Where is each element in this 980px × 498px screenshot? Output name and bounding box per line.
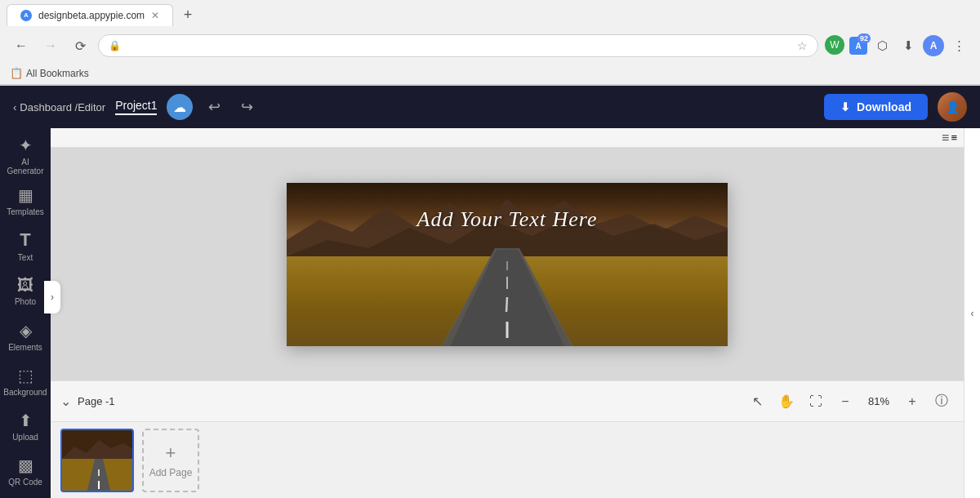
expand-icon: ⛶ [809, 394, 822, 409]
add-page-icon: + [166, 442, 176, 464]
page-label: Page -1 [78, 395, 115, 407]
forward-button[interactable]: → [39, 34, 62, 57]
browser-action-icons: W A 92 ⬡ ⬇ A ⋮ [825, 34, 970, 57]
layers-icon[interactable]: ≡ [942, 131, 949, 145]
more-menu-button[interactable]: ⋮ [947, 34, 970, 57]
sidebar-item-text[interactable]: T Text [2, 225, 48, 267]
browser-chrome: A designbeta.appypie.com ✕ + ← → ⟳ 🔒 des… [0, 0, 980, 86]
svg-line-5 [506, 297, 507, 312]
zoom-in-icon: + [908, 394, 915, 409]
thumbnail-svg [62, 430, 134, 492]
add-page-label: Add Page [149, 467, 193, 478]
sidebar-item-upload[interactable]: ⬆ Upload [2, 406, 48, 447]
bookmark-icon: 📋 [10, 67, 23, 79]
favicon: A [20, 10, 32, 21]
tab-bar: A designbeta.appypie.com ✕ + [0, 0, 980, 29]
bottom-bar: ⌄ Page -1 ↖ ✋ ⛶ − 81% [51, 380, 964, 421]
back-nav-label: Dashboard /Editor [20, 101, 105, 113]
app-body: ✦ AI Generator ▦ Templates T Text 🖼 Phot… [0, 128, 980, 498]
user-avatar[interactable]: 👤 [938, 92, 967, 122]
nav-bar: ← → ⟳ 🔒 designbeta.appypie.com/editor/al… [0, 29, 980, 62]
sidebar: ✦ AI Generator ▦ Templates T Text 🖼 Phot… [0, 128, 51, 498]
text-icon: T [20, 229, 30, 251]
photo-icon: 🖼 [17, 276, 33, 295]
sidebar-item-label-qr-code: QR Code [8, 478, 42, 487]
templates-icon: ▦ [18, 185, 33, 205]
thumbnail-preview [62, 430, 132, 491]
cursor-tool-button[interactable]: ↖ [745, 389, 769, 414]
redo-button[interactable]: ↪ [235, 96, 258, 118]
redo-icon: ↪ [241, 98, 253, 116]
sidebar-item-label-photo: Photo [15, 297, 36, 306]
ai-generator-icon: ✦ [19, 136, 33, 155]
cloud-icon: ☁ [173, 100, 186, 115]
download-icon: ⬇ [840, 100, 850, 113]
chrome-profile[interactable]: A [923, 35, 944, 56]
canvas-content: Add Your Text Here [287, 183, 728, 346]
cloud-save-button[interactable]: ☁ [167, 94, 193, 120]
layers-toggle-icon[interactable]: ≡ [951, 131, 957, 144]
extension-badge[interactable]: A 92 [849, 37, 867, 55]
sidebar-item-label-elements: Elements [8, 343, 42, 352]
sidebar-item-photo[interactable]: 🖼 Photo [2, 270, 48, 312]
cursor-icon: ↖ [752, 394, 763, 409]
info-button[interactable]: ⓘ [929, 389, 954, 414]
sidebar-item-label-text: Text [18, 253, 33, 262]
new-tab-button[interactable]: + [176, 3, 199, 26]
extensions-button[interactable]: ⬡ [871, 34, 893, 57]
bookmark-star[interactable]: ☆ [797, 39, 808, 52]
tab-close[interactable]: ✕ [151, 10, 159, 21]
back-nav[interactable]: ‹ Dashboard /Editor [13, 101, 105, 113]
expand-tool-button[interactable]: ⛶ [804, 389, 828, 414]
sidebar-item-background[interactable]: ⬚ Background [2, 360, 48, 402]
download-label: Download [857, 100, 911, 113]
background-icon: ⬚ [18, 366, 33, 385]
undo-icon: ↩ [208, 98, 220, 116]
bottom-tools: ↖ ✋ ⛶ − 81% + ⓘ [745, 389, 954, 414]
right-collapse-icon: ‹ [971, 308, 974, 319]
address-bar[interactable]: 🔒 designbeta.appypie.com/editor/all?pid=… [98, 34, 818, 57]
tab-title: designbeta.appypie.com [38, 10, 145, 21]
undo-button[interactable]: ↩ [203, 96, 225, 118]
elements-icon: ◈ [20, 321, 32, 340]
sidebar-item-label-background: Background [3, 388, 47, 397]
project-name[interactable]: Project1 [115, 99, 157, 115]
canvas-area: ≡ ≡ [51, 128, 964, 498]
url-input[interactable]: designbeta.appypie.com/editor/all?pid=Pr… [126, 40, 797, 52]
back-button[interactable]: ← [10, 34, 33, 57]
canvas-top-bar: ≡ ≡ [51, 128, 964, 148]
hand-tool-button[interactable]: ✋ [774, 389, 799, 414]
sidebar-collapse-button[interactable]: › [44, 281, 60, 313]
canvas-image: Add Your Text Here [287, 183, 728, 346]
hand-icon: ✋ [778, 394, 795, 409]
thumbnails-bar: + Add Page [51, 421, 964, 498]
add-page-button[interactable]: + Add Page [142, 429, 199, 492]
sidebar-item-label: AI Generator [2, 158, 48, 176]
zoom-out-button[interactable]: − [833, 389, 858, 414]
zoom-level: 81% [862, 395, 895, 407]
sidebar-item-elements[interactable]: ◈ Elements [2, 315, 48, 357]
reload-button[interactable]: ⟳ [69, 34, 91, 57]
zoom-in-button[interactable]: + [900, 389, 924, 414]
extension-whatsapp[interactable]: W [825, 35, 846, 56]
canvas-text-overlay: Add Your Text Here [417, 207, 598, 232]
bookmark-text[interactable]: All Bookmarks [26, 68, 89, 79]
app-header: ‹ Dashboard /Editor Project1 ☁ ↩ ↪ ⬇ Dow… [0, 86, 980, 128]
app-container: ‹ Dashboard /Editor Project1 ☁ ↩ ↪ ⬇ Dow… [0, 86, 980, 498]
back-arrow-icon: ‹ [13, 101, 16, 113]
sidebar-item-ai-generator[interactable]: ✦ AI Generator [2, 135, 48, 176]
thumbnail-page-1[interactable] [60, 429, 134, 492]
upload-icon: ⬆ [19, 411, 33, 430]
download-chrome-button[interactable]: ⬇ [897, 34, 920, 57]
qr-code-icon: ▩ [18, 456, 33, 475]
bookmark-bar: 📋 All Bookmarks [0, 62, 980, 85]
canvas-workspace[interactable]: Add Your Text Here [51, 148, 964, 380]
page-collapse-button[interactable]: ⌄ [60, 394, 71, 409]
sidebar-item-templates[interactable]: ▦ Templates [2, 180, 48, 221]
sidebar-item-qr-code[interactable]: ▩ QR Code [2, 451, 48, 492]
sidebar-item-label-upload: Upload [12, 433, 38, 442]
sidebar-item-label-templates: Templates [7, 207, 44, 216]
zoom-out-icon: − [841, 394, 849, 409]
download-button[interactable]: ⬇ Download [824, 94, 928, 120]
right-panel-collapse[interactable]: ‹ [964, 128, 980, 498]
